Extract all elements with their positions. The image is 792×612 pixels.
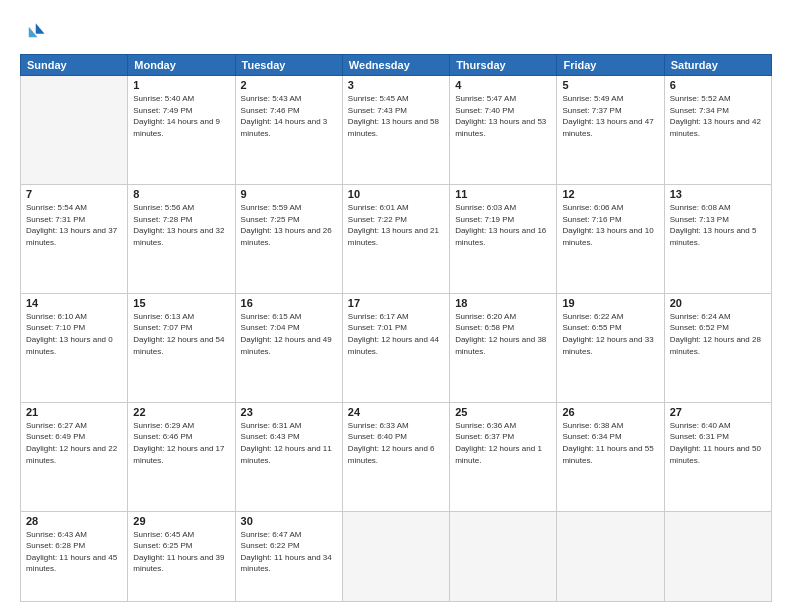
calendar-cell: 8Sunrise: 5:56 AMSunset: 7:28 PMDaylight… xyxy=(128,184,235,293)
day-number: 16 xyxy=(241,297,337,309)
day-number: 11 xyxy=(455,188,551,200)
calendar-cell: 17Sunrise: 6:17 AMSunset: 7:01 PMDayligh… xyxy=(342,293,449,402)
calendar-cell: 29Sunrise: 6:45 AMSunset: 6:25 PMDayligh… xyxy=(128,511,235,601)
day-info: Sunrise: 6:20 AMSunset: 6:58 PMDaylight:… xyxy=(455,311,551,357)
header xyxy=(20,18,772,46)
calendar-cell xyxy=(557,511,664,601)
day-number: 14 xyxy=(26,297,122,309)
day-info: Sunrise: 5:40 AMSunset: 7:49 PMDaylight:… xyxy=(133,93,229,139)
weekday-header: Saturday xyxy=(664,55,771,76)
day-info: Sunrise: 6:33 AMSunset: 6:40 PMDaylight:… xyxy=(348,420,444,466)
calendar-cell: 23Sunrise: 6:31 AMSunset: 6:43 PMDayligh… xyxy=(235,402,342,511)
calendar-cell: 14Sunrise: 6:10 AMSunset: 7:10 PMDayligh… xyxy=(21,293,128,402)
day-info: Sunrise: 5:47 AMSunset: 7:40 PMDaylight:… xyxy=(455,93,551,139)
calendar-cell: 28Sunrise: 6:43 AMSunset: 6:28 PMDayligh… xyxy=(21,511,128,601)
calendar-week-row: 14Sunrise: 6:10 AMSunset: 7:10 PMDayligh… xyxy=(21,293,772,402)
calendar-cell: 13Sunrise: 6:08 AMSunset: 7:13 PMDayligh… xyxy=(664,184,771,293)
day-number: 18 xyxy=(455,297,551,309)
page: SundayMondayTuesdayWednesdayThursdayFrid… xyxy=(0,0,792,612)
calendar-cell: 16Sunrise: 6:15 AMSunset: 7:04 PMDayligh… xyxy=(235,293,342,402)
day-number: 23 xyxy=(241,406,337,418)
day-number: 26 xyxy=(562,406,658,418)
weekday-header-row: SundayMondayTuesdayWednesdayThursdayFrid… xyxy=(21,55,772,76)
calendar-cell: 2Sunrise: 5:43 AMSunset: 7:46 PMDaylight… xyxy=(235,76,342,185)
calendar-cell: 15Sunrise: 6:13 AMSunset: 7:07 PMDayligh… xyxy=(128,293,235,402)
day-number: 2 xyxy=(241,79,337,91)
day-info: Sunrise: 6:36 AMSunset: 6:37 PMDaylight:… xyxy=(455,420,551,466)
day-info: Sunrise: 6:27 AMSunset: 6:49 PMDaylight:… xyxy=(26,420,122,466)
day-info: Sunrise: 6:43 AMSunset: 6:28 PMDaylight:… xyxy=(26,529,122,575)
calendar-cell xyxy=(21,76,128,185)
calendar-cell: 30Sunrise: 6:47 AMSunset: 6:22 PMDayligh… xyxy=(235,511,342,601)
day-number: 12 xyxy=(562,188,658,200)
weekday-header: Sunday xyxy=(21,55,128,76)
day-number: 10 xyxy=(348,188,444,200)
calendar-cell: 18Sunrise: 6:20 AMSunset: 6:58 PMDayligh… xyxy=(450,293,557,402)
day-info: Sunrise: 6:08 AMSunset: 7:13 PMDaylight:… xyxy=(670,202,766,248)
calendar-cell: 6Sunrise: 5:52 AMSunset: 7:34 PMDaylight… xyxy=(664,76,771,185)
day-info: Sunrise: 5:43 AMSunset: 7:46 PMDaylight:… xyxy=(241,93,337,139)
day-info: Sunrise: 6:47 AMSunset: 6:22 PMDaylight:… xyxy=(241,529,337,575)
day-info: Sunrise: 6:15 AMSunset: 7:04 PMDaylight:… xyxy=(241,311,337,357)
day-number: 13 xyxy=(670,188,766,200)
logo-icon xyxy=(20,18,48,46)
calendar-cell: 7Sunrise: 5:54 AMSunset: 7:31 PMDaylight… xyxy=(21,184,128,293)
day-number: 6 xyxy=(670,79,766,91)
day-number: 19 xyxy=(562,297,658,309)
calendar-cell xyxy=(450,511,557,601)
calendar-cell: 5Sunrise: 5:49 AMSunset: 7:37 PMDaylight… xyxy=(557,76,664,185)
calendar-cell: 21Sunrise: 6:27 AMSunset: 6:49 PMDayligh… xyxy=(21,402,128,511)
day-number: 4 xyxy=(455,79,551,91)
day-info: Sunrise: 5:49 AMSunset: 7:37 PMDaylight:… xyxy=(562,93,658,139)
day-info: Sunrise: 5:56 AMSunset: 7:28 PMDaylight:… xyxy=(133,202,229,248)
calendar-week-row: 7Sunrise: 5:54 AMSunset: 7:31 PMDaylight… xyxy=(21,184,772,293)
day-info: Sunrise: 6:45 AMSunset: 6:25 PMDaylight:… xyxy=(133,529,229,575)
day-info: Sunrise: 6:01 AMSunset: 7:22 PMDaylight:… xyxy=(348,202,444,248)
calendar-week-row: 1Sunrise: 5:40 AMSunset: 7:49 PMDaylight… xyxy=(21,76,772,185)
day-info: Sunrise: 5:52 AMSunset: 7:34 PMDaylight:… xyxy=(670,93,766,139)
calendar-cell: 20Sunrise: 6:24 AMSunset: 6:52 PMDayligh… xyxy=(664,293,771,402)
calendar-cell: 3Sunrise: 5:45 AMSunset: 7:43 PMDaylight… xyxy=(342,76,449,185)
weekday-header: Monday xyxy=(128,55,235,76)
day-number: 9 xyxy=(241,188,337,200)
day-number: 15 xyxy=(133,297,229,309)
day-number: 21 xyxy=(26,406,122,418)
calendar: SundayMondayTuesdayWednesdayThursdayFrid… xyxy=(20,54,772,602)
svg-rect-0 xyxy=(20,18,48,46)
day-info: Sunrise: 6:22 AMSunset: 6:55 PMDaylight:… xyxy=(562,311,658,357)
svg-marker-1 xyxy=(36,23,45,34)
day-info: Sunrise: 6:24 AMSunset: 6:52 PMDaylight:… xyxy=(670,311,766,357)
day-info: Sunrise: 6:29 AMSunset: 6:46 PMDaylight:… xyxy=(133,420,229,466)
calendar-cell: 27Sunrise: 6:40 AMSunset: 6:31 PMDayligh… xyxy=(664,402,771,511)
day-number: 28 xyxy=(26,515,122,527)
day-info: Sunrise: 6:40 AMSunset: 6:31 PMDaylight:… xyxy=(670,420,766,466)
calendar-cell: 4Sunrise: 5:47 AMSunset: 7:40 PMDaylight… xyxy=(450,76,557,185)
day-info: Sunrise: 6:10 AMSunset: 7:10 PMDaylight:… xyxy=(26,311,122,357)
calendar-week-row: 21Sunrise: 6:27 AMSunset: 6:49 PMDayligh… xyxy=(21,402,772,511)
day-number: 30 xyxy=(241,515,337,527)
day-info: Sunrise: 6:31 AMSunset: 6:43 PMDaylight:… xyxy=(241,420,337,466)
day-number: 25 xyxy=(455,406,551,418)
day-number: 5 xyxy=(562,79,658,91)
calendar-cell: 25Sunrise: 6:36 AMSunset: 6:37 PMDayligh… xyxy=(450,402,557,511)
calendar-cell: 19Sunrise: 6:22 AMSunset: 6:55 PMDayligh… xyxy=(557,293,664,402)
calendar-cell xyxy=(342,511,449,601)
day-info: Sunrise: 6:13 AMSunset: 7:07 PMDaylight:… xyxy=(133,311,229,357)
weekday-header: Friday xyxy=(557,55,664,76)
day-info: Sunrise: 6:06 AMSunset: 7:16 PMDaylight:… xyxy=(562,202,658,248)
day-info: Sunrise: 5:54 AMSunset: 7:31 PMDaylight:… xyxy=(26,202,122,248)
day-number: 3 xyxy=(348,79,444,91)
day-number: 27 xyxy=(670,406,766,418)
day-number: 8 xyxy=(133,188,229,200)
calendar-cell: 9Sunrise: 5:59 AMSunset: 7:25 PMDaylight… xyxy=(235,184,342,293)
day-info: Sunrise: 5:59 AMSunset: 7:25 PMDaylight:… xyxy=(241,202,337,248)
day-number: 20 xyxy=(670,297,766,309)
weekday-header: Tuesday xyxy=(235,55,342,76)
day-number: 29 xyxy=(133,515,229,527)
day-number: 17 xyxy=(348,297,444,309)
calendar-cell: 26Sunrise: 6:38 AMSunset: 6:34 PMDayligh… xyxy=(557,402,664,511)
day-info: Sunrise: 6:03 AMSunset: 7:19 PMDaylight:… xyxy=(455,202,551,248)
calendar-week-row: 28Sunrise: 6:43 AMSunset: 6:28 PMDayligh… xyxy=(21,511,772,601)
day-number: 24 xyxy=(348,406,444,418)
calendar-cell: 24Sunrise: 6:33 AMSunset: 6:40 PMDayligh… xyxy=(342,402,449,511)
